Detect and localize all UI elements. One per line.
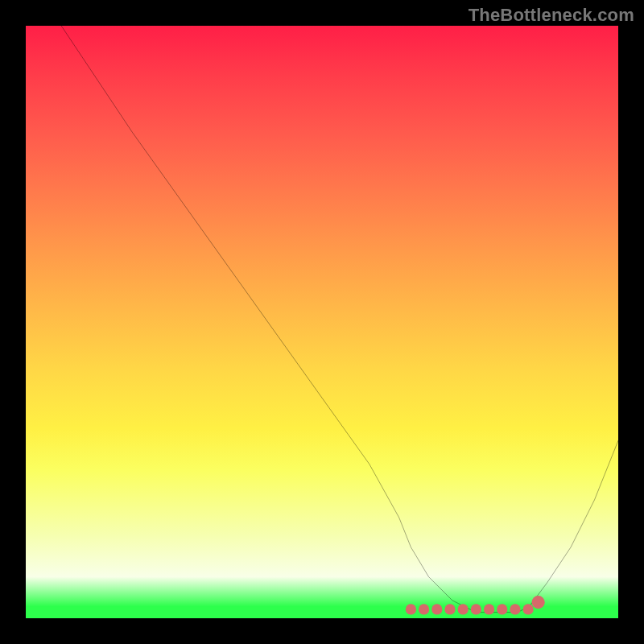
svg-point-10 [532, 596, 545, 609]
svg-point-4 [458, 604, 469, 614]
curve-layer [26, 26, 618, 618]
svg-point-8 [510, 604, 520, 614]
svg-point-0 [406, 604, 416, 614]
chart-frame: TheBottleneck.com [0, 0, 644, 644]
svg-point-3 [444, 604, 455, 614]
plot-area [26, 26, 618, 618]
svg-point-6 [484, 604, 494, 614]
svg-point-9 [523, 604, 534, 614]
bottleneck-curve [61, 26, 618, 613]
optimal-band-markers [406, 596, 545, 615]
svg-point-1 [419, 604, 429, 614]
svg-point-7 [497, 604, 507, 614]
watermark-text: TheBottleneck.com [469, 5, 634, 26]
svg-point-5 [471, 604, 481, 614]
svg-point-2 [431, 604, 442, 614]
